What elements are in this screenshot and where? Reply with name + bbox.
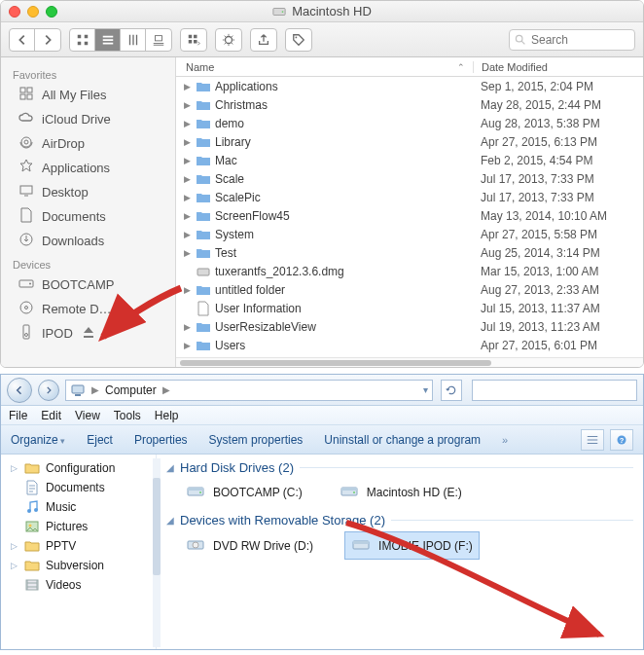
file-row[interactable]: ▶TestAug 25, 2014, 3:14 PM <box>176 243 643 262</box>
view-options-button[interactable] <box>581 429 604 451</box>
breadcrumb-computer[interactable]: Computer <box>105 383 157 397</box>
sidebar-item-all-my-files[interactable]: All My Files <box>1 83 175 107</box>
disclosure-triangle-icon[interactable]: ▶ <box>182 119 192 128</box>
sidebar-item-airdrop[interactable]: AirDrop <box>1 131 175 156</box>
disclosure-triangle-icon[interactable]: ▶ <box>182 285 192 295</box>
sidebar-item-documents[interactable]: Documents <box>1 478 156 497</box>
sidebar-item-videos[interactable]: Videos <box>1 575 156 595</box>
sidebar-item-pictures[interactable]: Pictures <box>1 517 156 536</box>
expand-icon[interactable]: ▷ <box>9 541 18 551</box>
explorer-search-input[interactable] <box>472 380 637 401</box>
eject-icon[interactable] <box>81 324 96 343</box>
tags-button[interactable] <box>285 28 312 52</box>
menu-view[interactable]: View <box>75 409 100 422</box>
refresh-button[interactable] <box>441 380 462 401</box>
disclosure-triangle-icon[interactable]: ▶ <box>182 193 192 202</box>
sidebar-item-downloads[interactable]: Downloads <box>1 229 175 253</box>
file-row[interactable]: ▶UserResizableViewJul 19, 2013, 11:23 AM <box>176 317 643 336</box>
drive-dvd-rw-drive-d-[interactable]: DVD RW Drive (D:) <box>180 531 319 560</box>
file-row[interactable]: ▶MacFeb 2, 2015, 4:54 PM <box>176 151 643 169</box>
disclosure-triangle-icon[interactable]: ▶ <box>182 82 192 91</box>
system-properties-button[interactable]: System properties <box>209 433 304 447</box>
horizontal-scrollbar[interactable] <box>176 357 643 367</box>
sidebar-device-bootcamp[interactable]: BOOTCAMP <box>1 273 175 297</box>
column-date-modified[interactable]: Date Modified <box>473 61 643 73</box>
view-coverflow-button[interactable] <box>146 29 171 51</box>
breadcrumb-separator-icon[interactable]: ▶ <box>91 384 99 395</box>
sidebar-item-configuration[interactable]: ▷Configuration <box>1 458 156 478</box>
back-button[interactable] <box>10 29 35 51</box>
menu-file[interactable]: File <box>9 409 27 422</box>
organize-menu[interactable]: Organize <box>11 433 65 447</box>
help-button[interactable]: ? <box>610 429 633 451</box>
forward-button[interactable] <box>35 29 60 51</box>
disclosure-triangle-icon[interactable]: ▶ <box>182 174 192 184</box>
sidebar-item-pptv[interactable]: ▷PPTV <box>1 536 156 556</box>
explorer-navbar: ▶ Computer ▶ ▾ <box>1 375 643 406</box>
forward-button[interactable] <box>38 380 59 401</box>
arrange-menu[interactable] <box>180 28 207 52</box>
file-row[interactable]: ▶ChristmasMay 28, 2015, 2:44 PM <box>176 95 643 114</box>
file-row[interactable]: tuxerantfs_2012.3.6.dmgMar 15, 2013, 1:0… <box>176 262 643 280</box>
disclosure-triangle-icon[interactable]: ▶ <box>182 322 192 332</box>
disclosure-triangle-icon[interactable]: ▶ <box>182 100 192 110</box>
sidebar-item-applications[interactable]: Applications <box>1 156 175 180</box>
scrollbar-thumb[interactable] <box>180 360 491 366</box>
menu-edit[interactable]: Edit <box>41 409 61 422</box>
group-removable-storage[interactable]: ◢Devices with Removable Storage (2) <box>166 513 633 528</box>
finder-titlebar[interactable]: Macintosh HD <box>1 1 643 22</box>
drive-imobie-ipod-f-[interactable]: IMOBIE IPOD (F:) <box>344 531 480 560</box>
svg-point-27 <box>25 334 28 337</box>
window-title: Macintosh HD <box>1 4 643 18</box>
file-row[interactable]: ▶untitled folderAug 27, 2013, 2:33 AM <box>176 280 643 299</box>
file-name: Users <box>215 339 245 352</box>
disclosure-triangle-icon[interactable]: ▶ <box>182 156 192 165</box>
file-row[interactable]: ▶UsersApr 27, 2015, 6:01 PM <box>176 336 643 354</box>
file-row[interactable]: ▶ApplicationsSep 1, 2015, 2:04 PM <box>176 77 643 95</box>
breadcrumb-separator-icon[interactable]: ▶ <box>162 384 170 395</box>
disclosure-triangle-icon[interactable]: ▶ <box>182 230 192 239</box>
computer-icon <box>70 382 86 398</box>
sidebar-item-desktop[interactable]: Desktop <box>1 180 175 204</box>
group-hard-disk-drives[interactable]: ◢Hard Disk Drives (2) <box>166 460 633 475</box>
sidebar-item-icloud-drive[interactable]: iCloud Drive <box>1 107 175 131</box>
svg-rect-6 <box>156 35 162 40</box>
expand-icon[interactable]: ▷ <box>9 561 18 570</box>
action-menu[interactable] <box>215 28 242 52</box>
file-row[interactable]: ▶demoAug 28, 2013, 5:38 PM <box>176 114 643 132</box>
menu-tools[interactable]: Tools <box>114 409 141 422</box>
file-row[interactable]: ▶ScreenFlow45May 13, 2014, 10:10 AM <box>176 206 643 225</box>
uninstall-program-button[interactable]: Uninstall or change a program <box>324 433 481 447</box>
eject-button[interactable]: Eject <box>87 433 113 447</box>
disclosure-triangle-icon[interactable]: ▶ <box>182 248 192 258</box>
drive-label: DVD RW Drive (D:) <box>213 539 313 553</box>
file-row[interactable]: ▶ScaleJul 17, 2013, 7:33 PM <box>176 169 643 188</box>
address-dropdown-icon[interactable]: ▾ <box>423 384 428 395</box>
sidebar-item-music[interactable]: Music <box>1 497 156 517</box>
file-row[interactable]: User InformationJul 15, 2013, 11:37 AM <box>176 299 643 317</box>
view-columns-button[interactable] <box>121 29 146 51</box>
drive-macintosh-hd-e-[interactable]: Macintosh HD (E:) <box>334 479 468 505</box>
overflow-chevrons-icon[interactable]: » <box>502 434 508 446</box>
file-row[interactable]: ▶LibraryApr 27, 2015, 6:13 PM <box>176 132 643 151</box>
file-row[interactable]: ▶ScalePicJul 17, 2013, 7:33 PM <box>176 188 643 206</box>
file-row[interactable]: ▶SystemApr 27, 2015, 5:58 PM <box>176 225 643 243</box>
view-icons-button[interactable] <box>70 29 95 51</box>
disclosure-triangle-icon[interactable]: ▶ <box>182 137 192 147</box>
share-button[interactable] <box>250 28 277 52</box>
view-list-button[interactable] <box>95 29 121 51</box>
search-input[interactable] <box>509 29 635 51</box>
properties-button[interactable]: Properties <box>134 433 188 447</box>
column-name[interactable]: Name⌃ <box>176 61 473 73</box>
sidebar-item-subversion[interactable]: ▷Subversion <box>1 556 156 575</box>
address-bar[interactable]: ▶ Computer ▶ ▾ <box>65 380 433 401</box>
sidebar-device-remote-d-[interactable]: Remote D… <box>1 297 175 321</box>
sidebar-item-documents[interactable]: Documents <box>1 204 175 229</box>
expand-icon[interactable]: ▷ <box>9 463 18 473</box>
menu-help[interactable]: Help <box>155 409 179 422</box>
sidebar-device-ipod[interactable]: IPOD <box>1 321 175 346</box>
back-button[interactable] <box>7 378 32 403</box>
disclosure-triangle-icon[interactable]: ▶ <box>182 341 192 350</box>
drive-bootcamp-c-[interactable]: BOOTCAMP (C:) <box>180 479 308 505</box>
disclosure-triangle-icon[interactable]: ▶ <box>182 211 192 221</box>
